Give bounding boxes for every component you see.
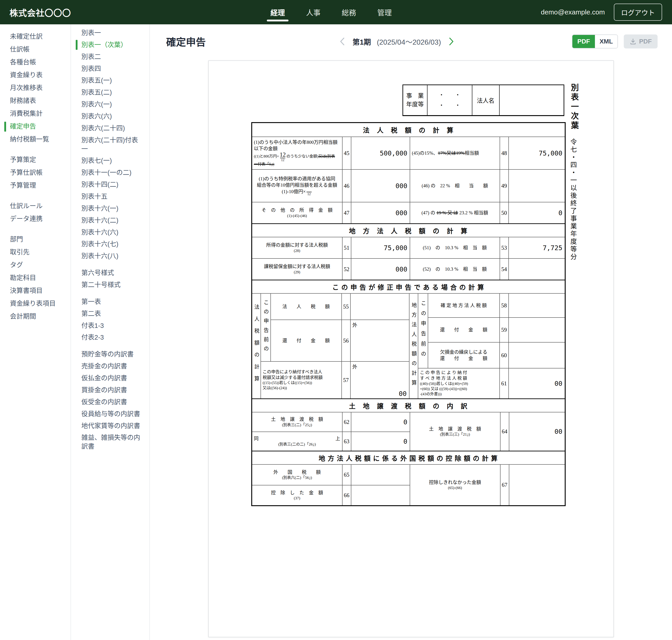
row-55-no: 55: [341, 294, 350, 320]
form-nav-item[interactable]: 別表五(一): [81, 75, 142, 87]
row-54-value: [508, 259, 565, 280]
form-nav-item[interactable]: 役員給与等の内訳書: [81, 408, 142, 420]
form-nav-item[interactable]: 第二十号様式: [81, 279, 142, 291]
sidebar-item[interactable]: 仕訳帳: [10, 43, 71, 56]
row-67-no: 67: [500, 465, 509, 505]
tab-jinji[interactable]: 人事: [305, 1, 321, 23]
form-nav-item-label: 地代家賃等の内訳書: [81, 422, 140, 430]
top-nav: 経理 人事 総務 管理: [269, 1, 393, 23]
row-45-label: (1)のうち中小法人等の年800万円相当額 以下の金額 ((1)と800万円×1…: [252, 137, 342, 169]
form-nav-item[interactable]: 買掛金の内訳書: [81, 384, 142, 396]
sidebar-item[interactable]: タグ: [10, 259, 71, 272]
row-56-no: 56: [341, 320, 350, 361]
row-66: 控 除 し た 金 額 (37) 66: [252, 485, 410, 505]
sidebar-item[interactable]: 勘定科目: [10, 272, 71, 285]
form-nav-item[interactable]: 仮払金の内訳書: [81, 372, 142, 384]
form-nav-item-label: 仮払金の内訳書: [81, 375, 127, 382]
land-transfer-grid: 土 地 譲 渡 税 額 (別表三(二)「25」) 62 0 同上 (別表三(二の…: [252, 412, 565, 451]
corp-tax-calc-vertical-label: 法人税額の計算: [252, 294, 261, 398]
tax-form-table: 法 人 税 額 の 計 算 (1)のうち中小法人等の年800万円相当額 以下の金…: [251, 122, 566, 506]
form-nav-item[interactable]: 第六号様式: [81, 267, 142, 279]
logout-button[interactable]: ログアウト: [614, 4, 662, 21]
form-nav-item[interactable]: 別表六(六): [81, 111, 142, 122]
sidebar-item[interactable]: 資金繰り表: [10, 69, 71, 82]
row-64-no: 64: [500, 412, 509, 451]
form-nav-item-label: 別表十六(一): [81, 205, 118, 212]
form-nav-item[interactable]: 別表十一(一の二): [81, 167, 142, 179]
sidebar-item[interactable]: 財務諸表: [10, 94, 71, 107]
sidebar-item-label: 各種台帳: [10, 59, 36, 66]
form-nav-item[interactable]: 別表十五: [81, 191, 142, 203]
form-nav-item-label: 別表十四(二): [81, 181, 118, 188]
form-nav-item[interactable]: 地代家賃等の内訳書: [81, 420, 142, 432]
main-sidebar: 未確定仕訳仕訳帳各種台帳資金繰り表月次推移表財務諸表消費税集計確定申告納付税額一…: [0, 24, 71, 640]
form-nav-item[interactable]: 別表十六(七): [81, 238, 142, 250]
row-47-no: 47: [342, 202, 351, 223]
download-pdf-button[interactable]: PDF: [624, 34, 658, 48]
form-nav-item[interactable]: 第一表: [81, 296, 142, 308]
sidebar-item[interactable]: 決算書項目: [10, 285, 71, 297]
form-nav-item[interactable]: 別表十六(二): [81, 215, 142, 227]
sidebar-item[interactable]: 資金繰り表項目: [10, 297, 71, 310]
form-nav-item[interactable]: 別表七(一): [81, 155, 142, 167]
form-nav-item[interactable]: 別表一: [81, 27, 142, 39]
sidebar-item[interactable]: 予算策定: [10, 154, 71, 166]
tab-kanri[interactable]: 管理: [376, 1, 393, 23]
form-nav-item[interactable]: 預貯金等の内訳書: [81, 348, 142, 360]
row-63-label: 同上 (別表三(二の二)「26」): [252, 432, 342, 451]
sidebar-item[interactable]: 予算仕訳帳: [10, 166, 71, 179]
form-nav-item[interactable]: 別表十六(八): [81, 250, 142, 262]
form-nav-item[interactable]: 付表1-3: [81, 320, 142, 332]
tab-soumu[interactable]: 総務: [341, 1, 357, 23]
sidebar-item-label: 確定申告: [10, 123, 36, 130]
form-nav-item-label: 別表十六(六): [81, 229, 118, 236]
outer-mark: 外: [352, 321, 357, 328]
format-pdf-button[interactable]: PDF: [572, 35, 595, 48]
row-50-value: 0: [508, 202, 565, 223]
row-64: 土 地 譲 渡 税 額 (別表三(三)「21」) 64 00: [410, 412, 565, 451]
form-nav-item[interactable]: 付表2-3: [81, 332, 142, 344]
form-nav-item[interactable]: 仮受金の内訳書: [81, 396, 142, 408]
form-nav-item-label: 別表一: [81, 29, 101, 37]
row-63-value: 0: [351, 432, 410, 451]
chevron-left-icon[interactable]: [338, 37, 347, 46]
top-header: 株式会社〇〇〇 経理 人事 総務 管理 demo@example.com ログア…: [0, 0, 672, 24]
form-nav-item[interactable]: 別表十四(二): [81, 179, 142, 191]
row-62: 土 地 譲 渡 税 額 (別表三(二)「25」) 62 0: [252, 412, 410, 432]
form-nav-item[interactable]: 第二表: [81, 308, 142, 320]
chevron-right-icon[interactable]: [447, 37, 456, 46]
sidebar-item[interactable]: データ連携: [10, 213, 71, 226]
row-65: 外 国 税 額 (別表六(二)「56」) 65: [252, 465, 410, 485]
sidebar-item[interactable]: 確定申告: [10, 120, 71, 133]
sidebar-item[interactable]: 各種台帳: [10, 56, 71, 69]
sidebar-item[interactable]: 予算管理: [10, 179, 71, 192]
form-nav-item[interactable]: 別表五(二): [81, 87, 142, 99]
form-nav-item[interactable]: 別表四: [81, 63, 142, 75]
sidebar-item[interactable]: 取引先: [10, 246, 71, 259]
row-55-label: 法 人 税 額: [271, 294, 341, 320]
sidebar-item[interactable]: 部門: [10, 233, 71, 246]
form-nav-item[interactable]: 別表十六(六): [81, 227, 142, 238]
form-nav-item-label: 別表十六(八): [81, 252, 118, 260]
sidebar-item[interactable]: 未確定仕訳: [10, 30, 71, 43]
format-xml-button[interactable]: XML: [595, 35, 617, 48]
form-nav-item[interactable]: 別表十六(一): [81, 203, 142, 215]
sidebar-item[interactable]: 会計期間: [10, 310, 71, 323]
sidebar-item[interactable]: 月次推移表: [10, 82, 71, 94]
form-nav-item[interactable]: 別表六(二十四)付表一: [81, 134, 142, 155]
sidebar-item[interactable]: 消費税集計: [10, 107, 71, 120]
form-nav-item[interactable]: 雑益、雑損失等の内訳書: [81, 432, 142, 452]
form-nav-item[interactable]: 別表一（次葉）: [81, 39, 142, 51]
row-54-no: 54: [500, 259, 508, 280]
tab-keiri[interactable]: 経理: [269, 1, 286, 23]
sidebar-item[interactable]: 納付税額一覧: [10, 133, 71, 146]
row-67: 控除しきれなかった金額 (65)-(66) 67: [410, 465, 565, 505]
form-nav-item[interactable]: 別表二: [81, 51, 142, 63]
form-nav-item[interactable]: 別表六(二十四): [81, 122, 142, 134]
form-nav-item[interactable]: 別表六(一): [81, 99, 142, 111]
form-nav-item[interactable]: 売掛金の内訳書: [81, 360, 142, 372]
sidebar-item[interactable]: 仕訳ルール: [10, 200, 71, 213]
form-nav-item-label: 別表六(一): [81, 101, 112, 108]
row-45-no: 45: [342, 137, 351, 169]
row-53-no: 53: [500, 237, 508, 258]
